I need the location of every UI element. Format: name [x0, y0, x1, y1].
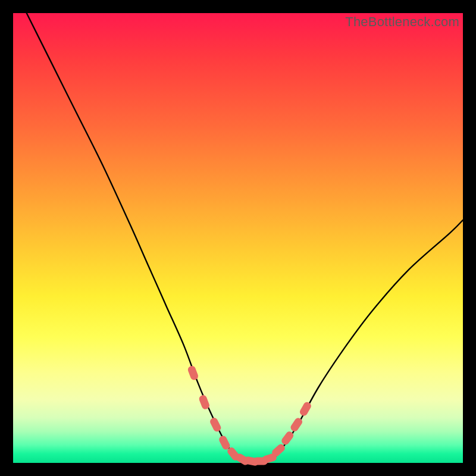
highlight-marker — [299, 401, 312, 417]
highlight-marker — [187, 365, 199, 381]
chart-frame: TheBottleneck.com — [0, 0, 476, 476]
chart-svg — [13, 13, 463, 463]
highlight-marker — [209, 416, 222, 433]
bottleneck-curve — [27, 13, 463, 462]
plot-area: TheBottleneck.com — [13, 13, 463, 463]
highlight-markers — [187, 365, 312, 466]
